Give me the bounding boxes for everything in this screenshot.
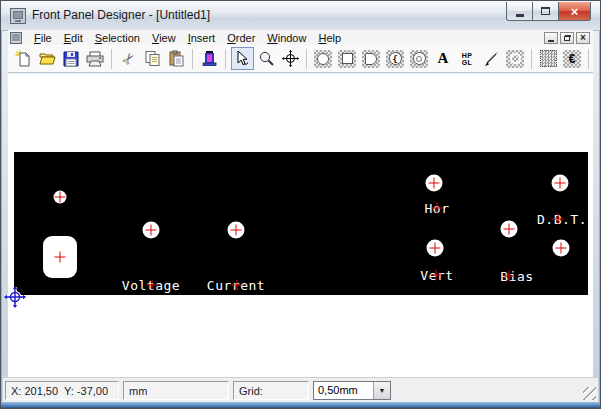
mdi-close-icon: × bbox=[580, 33, 586, 43]
engraving-label[interactable]: D.B.T. bbox=[537, 212, 587, 227]
text-tool-icon[interactable]: A bbox=[432, 47, 455, 70]
toolbar-separator bbox=[192, 49, 193, 69]
window-bottom-border bbox=[1, 402, 600, 408]
menu-view[interactable]: View bbox=[146, 32, 182, 44]
mdi-restore-button[interactable] bbox=[560, 32, 574, 44]
drill-hole[interactable] bbox=[427, 240, 444, 257]
close-icon: × bbox=[571, 3, 579, 20]
status-bar: X: 201,50 Y: -37,00 mm Grid: 0,50mm ▼ bbox=[3, 377, 598, 402]
price-calc-icon[interactable]: € bbox=[561, 47, 584, 70]
minimize-icon bbox=[516, 14, 524, 17]
select-tool-icon[interactable] bbox=[231, 47, 254, 70]
origin-tool-icon[interactable] bbox=[279, 47, 302, 70]
toolbar-separator bbox=[306, 49, 307, 69]
drawing-area: VoltageCurrentHorVertBiasD.B.T. bbox=[8, 74, 593, 377]
toolbar-separator bbox=[111, 49, 112, 69]
paste-icon[interactable] bbox=[165, 47, 188, 70]
mdi-minimize-button[interactable] bbox=[544, 32, 558, 44]
cut-icon[interactable]: ✂ bbox=[117, 47, 140, 70]
grid-label: Grid: bbox=[233, 381, 309, 400]
mdi-child-icon[interactable] bbox=[10, 32, 22, 44]
drill-hole[interactable] bbox=[426, 175, 443, 192]
drill-hole[interactable] bbox=[143, 222, 160, 239]
resize-grip[interactable] bbox=[583, 387, 596, 400]
engraving-label[interactable]: Voltage bbox=[122, 278, 180, 293]
thread-hole-tool-icon[interactable] bbox=[408, 47, 431, 70]
menu-help[interactable]: Help bbox=[312, 32, 347, 44]
engraving-label[interactable]: Bias bbox=[500, 269, 533, 284]
drill-hole[interactable] bbox=[501, 221, 518, 238]
print-icon[interactable] bbox=[84, 47, 107, 70]
mdi-minimize-icon bbox=[548, 40, 554, 42]
drill-hole[interactable] bbox=[228, 222, 245, 239]
menu-edit[interactable]: Edit bbox=[58, 32, 89, 44]
menu-insert[interactable]: Insert bbox=[182, 32, 222, 44]
engraving-label[interactable]: Vert bbox=[420, 268, 453, 283]
open-icon[interactable] bbox=[36, 47, 59, 70]
window-title: Front Panel Designer - [Untitled1] bbox=[32, 1, 210, 30]
menu-selection[interactable]: Selection bbox=[89, 32, 146, 44]
chevron-down-icon[interactable]: ▼ bbox=[373, 382, 390, 399]
hpgl-import-tool-icon[interactable]: HPGL bbox=[456, 47, 479, 70]
cursor-coordinates: X: 201,50 Y: -37,00 bbox=[5, 381, 119, 400]
rounded-cutout-tool-icon[interactable] bbox=[360, 47, 383, 70]
engraving-label[interactable]: Current bbox=[207, 278, 265, 293]
units-indicator: mm bbox=[123, 381, 229, 400]
menu-bar: File Edit Selection View Insert Order Wi… bbox=[8, 30, 593, 46]
drill-hole-tool-icon[interactable] bbox=[312, 47, 335, 70]
front-panel-properties-icon[interactable] bbox=[198, 47, 221, 70]
close-button[interactable]: × bbox=[558, 2, 591, 21]
drill-hole[interactable] bbox=[54, 191, 67, 204]
toolbar: ✂{AHPGL€ bbox=[8, 45, 593, 73]
minimize-button[interactable] bbox=[506, 2, 533, 21]
rect-cutout[interactable] bbox=[43, 236, 77, 278]
mdi-restore-icon bbox=[564, 36, 570, 41]
grid-size-value: 0,50mm bbox=[314, 382, 373, 399]
drill-hole[interactable] bbox=[552, 175, 569, 192]
drill-hole[interactable] bbox=[553, 240, 570, 257]
title-bar[interactable]: Front Panel Designer - [Untitled1] × bbox=[1, 1, 600, 31]
engraving-label[interactable]: Hor bbox=[425, 201, 450, 216]
engraving-tool-icon[interactable] bbox=[480, 47, 503, 70]
origin-crosshair-cursor bbox=[4, 286, 26, 308]
save-icon[interactable] bbox=[60, 47, 83, 70]
new-icon[interactable] bbox=[12, 47, 35, 70]
menu-order[interactable]: Order bbox=[221, 32, 261, 44]
cavity-tool-icon[interactable]: { bbox=[384, 47, 407, 70]
measure-tool-icon[interactable] bbox=[537, 47, 560, 70]
toolbar-separator bbox=[225, 49, 226, 69]
toolbar-separator bbox=[588, 49, 589, 69]
app-icon[interactable] bbox=[10, 8, 26, 24]
app-window: Front Panel Designer - [Untitled1] × Fil… bbox=[0, 0, 601, 409]
toolbar-separator bbox=[531, 49, 532, 69]
menu-window[interactable]: Window bbox=[261, 32, 312, 44]
rect-cutout-tool-icon[interactable] bbox=[336, 47, 359, 70]
grid-size-select[interactable]: 0,50mm ▼ bbox=[313, 381, 391, 400]
menu-file[interactable]: File bbox=[28, 32, 58, 44]
mdi-close-button[interactable]: × bbox=[576, 32, 590, 44]
copy-icon[interactable] bbox=[141, 47, 164, 70]
maximize-icon bbox=[541, 7, 550, 15]
maximize-button[interactable] bbox=[532, 2, 559, 21]
front-panel[interactable]: VoltageCurrentHorVertBiasD.B.T. bbox=[14, 152, 588, 295]
free-contour-tool-icon[interactable] bbox=[504, 47, 527, 70]
zoom-tool-icon[interactable] bbox=[255, 47, 278, 70]
